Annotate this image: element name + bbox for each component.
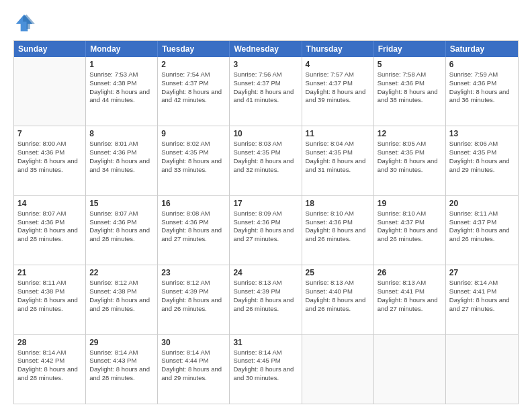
daylight-text-part1: Daylight: 8 hours and	[233, 365, 298, 374]
daylight-text-part1: Daylight: 8 hours and	[449, 88, 515, 97]
day-number: 1	[89, 60, 154, 69]
sunset-text: Sunset: 4:37 PM	[161, 79, 226, 88]
day-info: Sunrise: 8:12 AMSunset: 4:39 PMDaylight:…	[161, 279, 226, 313]
day-info: Sunrise: 7:59 AMSunset: 4:36 PMDaylight:…	[449, 71, 515, 105]
calendar-cell: 26Sunrise: 8:13 AMSunset: 4:41 PMDayligh…	[374, 265, 446, 334]
sunrise-text: Sunrise: 8:13 AM	[306, 279, 370, 287]
day-info: Sunrise: 8:11 AMSunset: 4:38 PMDaylight:…	[17, 279, 82, 313]
daylight-text-part2: and 28 minutes.	[89, 374, 154, 383]
daylight-text-part1: Daylight: 8 hours and	[306, 88, 370, 97]
header-cell-thursday: Thursday	[302, 41, 374, 57]
daylight-text-part2: and 32 minutes.	[233, 166, 298, 175]
daylight-text-part2: and 42 minutes.	[161, 96, 226, 105]
daylight-text-part1: Daylight: 8 hours and	[378, 296, 442, 305]
daylight-text-part1: Daylight: 8 hours and	[306, 296, 370, 305]
day-number: 15	[89, 199, 154, 208]
sunset-text: Sunset: 4:35 PM	[233, 148, 298, 157]
sunset-text: Sunset: 4:37 PM	[449, 218, 515, 227]
day-number: 16	[161, 199, 226, 208]
day-number: 12	[378, 129, 442, 138]
calendar-week-4: 28Sunrise: 8:14 AMSunset: 4:42 PMDayligh…	[14, 335, 518, 404]
header-cell-monday: Monday	[86, 41, 158, 57]
calendar-cell: 14Sunrise: 8:07 AMSunset: 4:36 PMDayligh…	[14, 196, 86, 265]
day-info: Sunrise: 8:14 AMSunset: 4:42 PMDaylight:…	[17, 349, 82, 383]
daylight-text-part2: and 44 minutes.	[89, 96, 154, 105]
calendar-cell: 23Sunrise: 8:12 AMSunset: 4:39 PMDayligh…	[158, 265, 230, 334]
daylight-text-part1: Daylight: 8 hours and	[161, 296, 226, 305]
logo-icon	[13, 12, 35, 34]
daylight-text-part2: and 34 minutes.	[89, 166, 154, 175]
sunrise-text: Sunrise: 8:12 AM	[161, 279, 226, 287]
sunrise-text: Sunrise: 8:14 AM	[17, 349, 82, 357]
calendar-header-row: SundayMondayTuesdayWednesdayThursdayFrid…	[14, 41, 518, 57]
sunset-text: Sunset: 4:35 PM	[378, 148, 442, 157]
daylight-text-part1: Daylight: 8 hours and	[161, 365, 226, 374]
day-info: Sunrise: 7:53 AMSunset: 4:38 PMDaylight:…	[89, 71, 154, 105]
calendar-cell	[302, 335, 374, 404]
daylight-text-part1: Daylight: 8 hours and	[89, 226, 154, 235]
sunrise-text: Sunrise: 8:14 AM	[233, 349, 298, 357]
sunset-text: Sunset: 4:37 PM	[233, 79, 298, 88]
sunrise-text: Sunrise: 8:10 AM	[378, 210, 442, 218]
daylight-text-part2: and 29 minutes.	[161, 374, 226, 383]
day-number: 9	[161, 129, 226, 138]
day-info: Sunrise: 8:13 AMSunset: 4:41 PMDaylight:…	[378, 279, 442, 313]
day-info: Sunrise: 8:05 AMSunset: 4:35 PMDaylight:…	[378, 140, 442, 174]
calendar: SundayMondayTuesdayWednesdayThursdayFrid…	[13, 40, 519, 404]
day-info: Sunrise: 7:58 AMSunset: 4:36 PMDaylight:…	[378, 71, 442, 105]
daylight-text-part2: and 35 minutes.	[17, 166, 82, 175]
calendar-cell: 1Sunrise: 7:53 AMSunset: 4:38 PMDaylight…	[86, 57, 158, 126]
calendar-week-0: 1Sunrise: 7:53 AMSunset: 4:38 PMDaylight…	[14, 57, 518, 126]
daylight-text-part2: and 38 minutes.	[378, 96, 442, 105]
calendar-cell: 5Sunrise: 7:58 AMSunset: 4:36 PMDaylight…	[374, 57, 446, 126]
calendar-cell: 31Sunrise: 8:14 AMSunset: 4:45 PMDayligh…	[230, 335, 302, 404]
sunset-text: Sunset: 4:39 PM	[161, 287, 226, 296]
day-info: Sunrise: 8:07 AMSunset: 4:36 PMDaylight:…	[89, 210, 154, 244]
daylight-text-part1: Daylight: 8 hours and	[233, 226, 298, 235]
calendar-week-1: 7Sunrise: 8:00 AMSunset: 4:36 PMDaylight…	[14, 126, 518, 195]
day-info: Sunrise: 8:03 AMSunset: 4:35 PMDaylight:…	[233, 140, 298, 174]
daylight-text-part2: and 33 minutes.	[161, 166, 226, 175]
sunset-text: Sunset: 4:41 PM	[449, 287, 515, 296]
day-number: 18	[306, 199, 370, 208]
daylight-text-part2: and 26 minutes.	[378, 235, 442, 244]
sunrise-text: Sunrise: 8:13 AM	[233, 279, 298, 287]
sunrise-text: Sunrise: 8:14 AM	[161, 349, 226, 357]
calendar-cell: 11Sunrise: 8:04 AMSunset: 4:35 PMDayligh…	[302, 126, 374, 195]
sunrise-text: Sunrise: 8:03 AM	[233, 140, 298, 148]
daylight-text-part1: Daylight: 8 hours and	[449, 226, 515, 235]
day-number: 4	[306, 60, 370, 69]
day-number: 3	[233, 60, 298, 69]
sunrise-text: Sunrise: 8:00 AM	[17, 140, 82, 148]
calendar-cell: 2Sunrise: 7:54 AMSunset: 4:37 PMDaylight…	[158, 57, 230, 126]
sunset-text: Sunset: 4:42 PM	[17, 357, 82, 365]
calendar-body: 1Sunrise: 7:53 AMSunset: 4:38 PMDaylight…	[14, 57, 518, 404]
sunset-text: Sunset: 4:37 PM	[306, 79, 370, 88]
daylight-text-part2: and 27 minutes.	[233, 235, 298, 244]
day-info: Sunrise: 8:07 AMSunset: 4:36 PMDaylight:…	[17, 210, 82, 244]
daylight-text-part1: Daylight: 8 hours and	[449, 157, 515, 166]
sunset-text: Sunset: 4:37 PM	[378, 218, 442, 227]
daylight-text-part1: Daylight: 8 hours and	[378, 226, 442, 235]
sunset-text: Sunset: 4:35 PM	[449, 148, 515, 157]
daylight-text-part1: Daylight: 8 hours and	[233, 88, 298, 97]
sunrise-text: Sunrise: 8:01 AM	[89, 140, 154, 148]
sunrise-text: Sunrise: 8:07 AM	[17, 210, 82, 218]
day-info: Sunrise: 8:10 AMSunset: 4:37 PMDaylight:…	[378, 210, 442, 244]
day-number: 28	[17, 338, 82, 347]
day-number: 27	[449, 268, 515, 277]
calendar-cell: 7Sunrise: 8:00 AMSunset: 4:36 PMDaylight…	[14, 126, 86, 195]
sunrise-text: Sunrise: 8:02 AM	[161, 140, 226, 148]
sunset-text: Sunset: 4:36 PM	[17, 148, 82, 157]
sunset-text: Sunset: 4:38 PM	[17, 287, 82, 296]
daylight-text-part2: and 30 minutes.	[378, 166, 442, 175]
day-info: Sunrise: 8:10 AMSunset: 4:36 PMDaylight:…	[306, 210, 370, 244]
sunset-text: Sunset: 4:36 PM	[161, 218, 226, 227]
daylight-text-part1: Daylight: 8 hours and	[89, 157, 154, 166]
daylight-text-part1: Daylight: 8 hours and	[378, 157, 442, 166]
sunset-text: Sunset: 4:40 PM	[306, 287, 370, 296]
sunset-text: Sunset: 4:43 PM	[89, 357, 154, 365]
sunset-text: Sunset: 4:36 PM	[89, 218, 154, 227]
day-info: Sunrise: 8:13 AMSunset: 4:39 PMDaylight:…	[233, 279, 298, 313]
header-cell-saturday: Saturday	[446, 41, 518, 57]
